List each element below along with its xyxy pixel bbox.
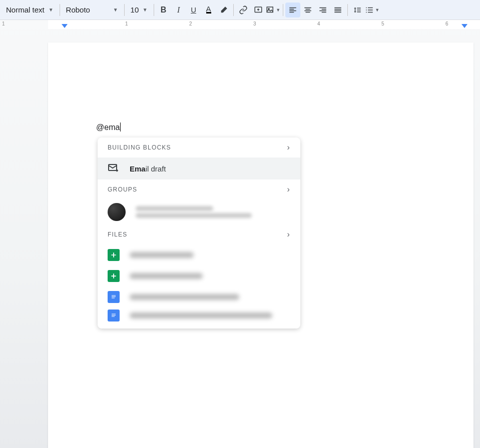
ruler-tick: 3 [253,21,256,26]
separator [283,4,283,16]
file-suggestion[interactable] [98,244,300,266]
comment-icon [254,6,263,14]
suggestion-label: Email draft [130,164,166,173]
italic-button[interactable]: I [171,2,186,18]
redacted-text [130,312,272,318]
align-right-icon [318,6,327,14]
caret-down-icon: ▼ [375,8,379,12]
ruler[interactable]: 1 1 2 3 4 5 6 [0,20,480,29]
separator [124,4,125,16]
caret-down-icon: ▼ [49,7,54,12]
align-justify-icon [333,6,342,14]
section-header-groups[interactable]: GROUPS › [98,180,300,200]
email-draft-icon [108,162,120,174]
section-label: FILES [108,231,127,238]
separator [154,4,154,16]
redacted-text [130,294,239,300]
separator [347,4,348,16]
chevron-right-icon: › [287,143,290,152]
align-center-icon [303,6,312,14]
smart-chip-dropdown: BUILDING BLOCKS › Email draft GROUPS › F… [98,138,300,328]
group-suggestion[interactable] [98,200,300,224]
separator [233,4,234,16]
highlight-button[interactable] [216,2,231,18]
redacted-text [130,252,194,258]
avatar [108,203,126,221]
align-right-button[interactable] [315,2,330,18]
file-suggestion[interactable] [98,286,300,308]
section-label: GROUPS [108,186,137,193]
ruler-tick: 1 [2,21,5,26]
docs-icon [108,291,120,303]
svg-rect-1 [267,7,273,12]
file-suggestion[interactable] [98,308,300,328]
redacted-text [130,273,203,279]
insert-link-button[interactable] [236,2,251,18]
line-spacing-icon [353,6,362,14]
link-icon [239,6,248,14]
toolbar: Normal text ▼ Roboto ▼ 10 ▼ B I U A ▼ [0,0,480,20]
ruler-tick: 4 [317,21,320,26]
caret-down-icon: ▼ [113,7,118,12]
font-dropdown[interactable]: Roboto ▼ [62,3,122,17]
ruler-tick: 2 [189,21,192,26]
font-size-dropdown[interactable]: 10 ▼ [127,3,152,17]
align-justify-button[interactable] [330,2,345,18]
section-label: BUILDING BLOCKS [108,144,171,151]
line-spacing-button[interactable] [350,2,365,18]
font-size-label: 10 [131,6,139,14]
ruler-tick: 1 [125,21,128,26]
redacted-text [136,204,290,220]
text-cursor [120,122,121,132]
caret-down-icon: ▼ [143,7,148,12]
right-indent-marker[interactable] [461,24,467,28]
left-indent-marker[interactable] [62,24,68,28]
highlight-icon [219,6,228,14]
font-label: Roboto [66,6,90,14]
section-header-building-blocks[interactable]: BUILDING BLOCKS › [98,138,300,158]
paragraph-style-label: Normal text [6,6,45,14]
text-color-button[interactable]: A [201,2,216,18]
file-suggestion[interactable] [98,266,300,286]
section-header-files[interactable]: FILES › [98,224,300,244]
sheets-icon [108,270,120,282]
caret-down-icon: ▼ [276,8,280,12]
bold-button[interactable]: B [156,2,171,18]
ruler-page-area [48,20,480,29]
sheets-icon [108,249,120,261]
chevron-right-icon: › [287,185,290,194]
image-icon [266,6,275,14]
docs-icon [108,310,120,322]
add-comment-button[interactable] [251,2,266,18]
ruler-tick: 6 [445,21,448,26]
align-left-button[interactable] [285,2,300,18]
paragraph-style-dropdown[interactable]: Normal text ▼ [2,3,58,17]
suggestion-email-draft[interactable]: Email draft [98,158,300,180]
insert-image-button[interactable]: ▼ [266,2,281,18]
document-text: @ema [96,123,120,132]
align-center-button[interactable] [300,2,315,18]
numbered-list-button[interactable]: ▼ [365,2,380,18]
chevron-right-icon: › [287,230,290,239]
underline-button[interactable]: U [186,2,201,18]
separator [60,4,60,16]
ruler-tick: 5 [381,21,384,26]
numbered-list-icon [365,6,374,14]
align-left-icon [288,6,297,14]
